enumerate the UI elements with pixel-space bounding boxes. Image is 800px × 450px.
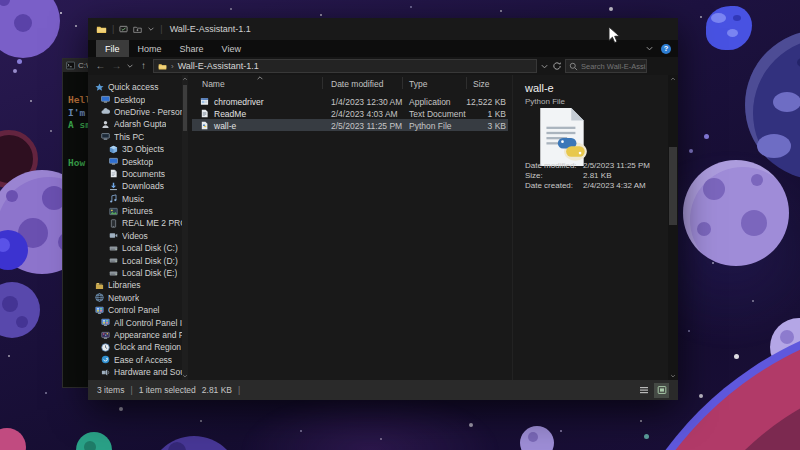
sidebar-item-this-pc[interactable]: This PC	[88, 131, 182, 143]
status-selected-count: 1 item selected	[139, 385, 196, 395]
file-size: 12,522 KB	[426, 97, 506, 107]
explorer-titlebar[interactable]: | | Wall-E-Assistant-1.1	[88, 18, 678, 40]
sidebar-item-label: Desktop	[114, 95, 145, 105]
details-field-label: Date modified:	[525, 161, 583, 170]
ribbon-tab-home[interactable]: Home	[129, 40, 171, 57]
sidebar-item-network[interactable]: Network	[88, 292, 182, 304]
new-folder-icon[interactable]	[133, 25, 142, 34]
details-scrollbar[interactable]	[668, 75, 678, 380]
sidebar-item-adarsh-gupta[interactable]: Adarsh Gupta	[88, 118, 182, 130]
up-button[interactable]: ↑	[137, 57, 150, 75]
ribbon-right-controls: ?	[645, 40, 671, 57]
details-field-label: Size:	[525, 171, 583, 180]
ribbon-tab-share[interactable]: Share	[171, 40, 213, 57]
details-title: wall-e	[525, 82, 554, 94]
address-bar: ← → ↑ › Wall-E-Assistant-1.1	[88, 57, 678, 75]
file-size: 3 KB	[426, 121, 506, 131]
monitor-icon	[101, 95, 110, 104]
ease-icon	[101, 355, 110, 364]
status-separator: |	[238, 385, 240, 395]
ribbon-tab-view[interactable]: View	[213, 40, 250, 57]
ribbon-tabs: FileHomeShareView	[88, 40, 678, 57]
scrollbar-thumb[interactable]	[183, 85, 187, 131]
back-button[interactable]: ←	[94, 57, 107, 75]
sidebar-item-local-disk-d[interactable]: Local Disk (D:)	[88, 254, 182, 266]
sidebar-item-label: Hardware and Sour	[114, 367, 182, 377]
refresh-icon[interactable]	[552, 61, 562, 71]
file-row-wall-e[interactable]: wall-e2/5/2023 11:25 PMPython File3 KB	[192, 119, 508, 131]
search-box[interactable]	[565, 59, 647, 73]
file-explorer-window: | | Wall-E-Assistant-1.1 FileHomeShareVi…	[88, 18, 678, 400]
sidebar-item-local-disk-e[interactable]: Local Disk (E:)	[88, 267, 182, 279]
lib-icon	[95, 281, 104, 290]
folder-icon	[96, 24, 107, 35]
scroll-up-icon[interactable]	[182, 76, 188, 82]
scroll-up-icon[interactable]	[668, 75, 678, 83]
sidebar-item-ease-of-access[interactable]: Ease of Access	[88, 354, 182, 366]
sidebar-item-label: Local Disk (E:)	[122, 268, 177, 278]
sidebar-item-label: Libraries	[108, 280, 141, 290]
view-toggle-buttons	[636, 383, 669, 398]
file-date-modified: 2/5/2023 11:25 PM	[331, 121, 402, 131]
scrollbar-thumb[interactable]	[669, 147, 677, 225]
folder-icon	[158, 62, 167, 71]
sidebar-item-desktop[interactable]: Desktop	[88, 93, 182, 105]
sidebar-item-control-panel[interactable]: Control Panel	[88, 304, 182, 316]
nav-pane-scrollbar[interactable]	[182, 75, 188, 380]
sidebar-item-real-me-2-pro[interactable]: REAL ME 2 PRO	[88, 217, 182, 229]
moon-right-large	[683, 160, 789, 266]
status-bar: 3 items | 1 item selected 2.81 KB |	[88, 380, 678, 400]
help-icon[interactable]: ?	[661, 44, 671, 54]
properties-icon[interactable]	[119, 25, 128, 34]
sidebar-item-music[interactable]: Music	[88, 193, 182, 205]
file-row-chromedriver[interactable]: chromedriver1/4/2023 12:30 AMApplication…	[192, 95, 508, 107]
clock-icon	[101, 343, 110, 352]
address-dropdown-chevron-icon[interactable]	[540, 62, 549, 71]
sidebar-item-label: Music	[122, 194, 144, 204]
details-view-button[interactable]	[636, 383, 651, 398]
details-field-label: Date created:	[525, 181, 583, 190]
file-row-readme[interactable]: ReadMe2/4/2023 4:03 AMText Document1 KB	[192, 107, 508, 119]
ribbon-collapse-chevron-icon[interactable]	[645, 44, 654, 53]
ribbon-tab-file[interactable]: File	[96, 40, 129, 57]
breadcrumb-path[interactable]: Wall-E-Assistant-1.1	[178, 61, 259, 71]
sidebar-item-videos[interactable]: Videos	[88, 230, 182, 242]
panel-icon	[95, 306, 104, 315]
details-subtitle: Python File	[525, 97, 565, 106]
sidebar-item-quick-access[interactable]: Quick access	[88, 81, 182, 93]
video-icon	[109, 231, 118, 240]
sidebar-item-desktop[interactable]: Desktop	[88, 155, 182, 167]
sidebar-item-label: Local Disk (C:)	[122, 243, 178, 253]
large-icons-view-button[interactable]	[654, 383, 669, 398]
sidebar-item-all-control-panel-ite[interactable]: All Control Panel Ite	[88, 316, 182, 328]
sidebar-item-3d-objects[interactable]: 3D Objects	[88, 143, 182, 155]
file-date-modified: 2/4/2023 4:03 AM	[331, 109, 398, 119]
sidebar-item-onedrive-personal[interactable]: OneDrive - Personal	[88, 106, 182, 118]
file-date-modified: 1/4/2023 12:30 AM	[331, 97, 402, 107]
recent-locations-chevron-icon[interactable]	[126, 62, 134, 70]
hw-icon	[101, 368, 110, 377]
sidebar-item-documents[interactable]: Documents	[88, 168, 182, 180]
sidebar-item-local-disk-c[interactable]: Local Disk (C:)	[88, 242, 182, 254]
moon-bottom-center-dark	[148, 436, 240, 450]
sidebar-item-hardware-and-sour[interactable]: Hardware and Sour	[88, 366, 182, 378]
search-input[interactable]	[581, 62, 647, 71]
scroll-down-icon[interactable]	[668, 372, 678, 380]
forward-button[interactable]: →	[110, 57, 123, 75]
sidebar-item-clock-and-region[interactable]: Clock and Region	[88, 341, 182, 353]
sidebar-item-pictures[interactable]: Pictures	[88, 205, 182, 217]
address-box[interactable]: › Wall-E-Assistant-1.1	[153, 59, 537, 73]
sidebar-item-libraries[interactable]: Libraries	[88, 279, 182, 291]
nav-pane: Quick accessDesktopOneDrive - PersonalAd…	[88, 75, 182, 380]
customize-quick-access-chevron-icon[interactable]	[147, 25, 155, 33]
asteroid-top-right	[706, 6, 752, 50]
sidebar-item-appearance-and-pe[interactable]: Appearance and Pe	[88, 329, 182, 341]
scroll-down-icon[interactable]	[182, 373, 188, 379]
doc-icon	[109, 169, 118, 178]
globe-icon	[95, 293, 104, 302]
sidebar-item-downloads[interactable]: Downloads	[88, 180, 182, 192]
disk-icon	[109, 269, 118, 278]
details-field-value: 2/5/2023 11:25 PM	[583, 161, 650, 170]
file-rows: chromedriver1/4/2023 12:30 AMApplication…	[190, 75, 512, 380]
file-name: chromedriver	[214, 97, 264, 107]
